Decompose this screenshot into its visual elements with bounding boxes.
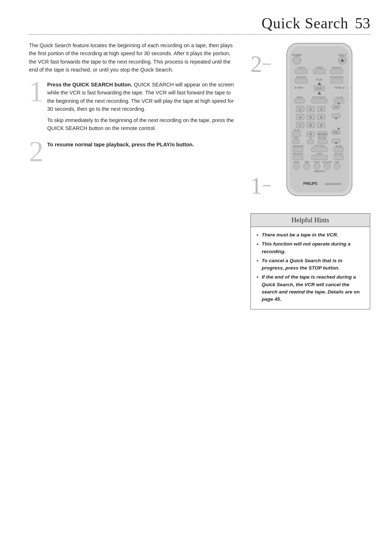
helpful-hints-container: Helpful Hints • There must be a tape in … bbox=[250, 213, 370, 309]
step-2-para-1: To resume normal tape playback, press th… bbox=[47, 141, 236, 149]
section-divider bbox=[29, 34, 370, 35]
hints-list: • There must be a tape in the VCR. • Thi… bbox=[257, 231, 364, 303]
svg-text:EJECT: EJECT bbox=[338, 54, 347, 56]
svg-point-89 bbox=[303, 163, 310, 170]
svg-rect-74 bbox=[311, 147, 327, 152]
svg-point-91 bbox=[324, 163, 330, 170]
svg-rect-11 bbox=[313, 69, 326, 74]
hint-item-1: • There must be a tape in the VCR. bbox=[257, 231, 364, 239]
svg-text:CLEAR: CLEAR bbox=[336, 96, 343, 98]
svg-text:8: 8 bbox=[310, 123, 312, 127]
svg-text:SPEED: SPEED bbox=[316, 66, 323, 69]
svg-rect-45 bbox=[332, 114, 340, 118]
svg-text:PHILIPS: PHILIPS bbox=[303, 182, 318, 186]
svg-text:VCR/TV: VCR/TV bbox=[297, 66, 305, 69]
svg-rect-28 bbox=[311, 99, 327, 103]
hint-item-4: • If the end of the tape is reached duri… bbox=[257, 274, 364, 303]
svg-text:F.FWD ►: F.FWD ► bbox=[334, 86, 345, 89]
helpful-hints-title-bar: Helpful Hints bbox=[251, 214, 370, 227]
svg-rect-80 bbox=[311, 155, 327, 160]
svg-text:MEMORY: MEMORY bbox=[332, 66, 342, 69]
svg-text:SKIP: SKIP bbox=[335, 161, 340, 163]
svg-text:X2 PLAY: X2 PLAY bbox=[334, 153, 343, 155]
svg-text:VOL: VOL bbox=[334, 131, 339, 134]
page-number: 53 bbox=[355, 15, 370, 32]
step-1-content: Press the QUICK SEARCH button. QUICK SEA… bbox=[47, 81, 236, 135]
svg-text:STOP: STOP bbox=[316, 87, 323, 90]
svg-text:SLOW: SLOW bbox=[335, 145, 342, 147]
svg-rect-12 bbox=[331, 69, 343, 74]
left-column: The Quick Search feature locates the beg… bbox=[29, 41, 236, 309]
svg-text:5: 5 bbox=[310, 116, 312, 119]
step-1-block: 1 Press the QUICK SEARCH button. QUICK S… bbox=[29, 81, 236, 135]
remote-step-2-number: 2 bbox=[250, 52, 262, 76]
svg-text:CH: CH bbox=[334, 106, 338, 109]
step-2-content: To resume normal tape playback, press th… bbox=[47, 141, 236, 151]
svg-text:SEL.DEL: SEL.DEL bbox=[318, 137, 327, 139]
intro-text: The Quick Search feature locates the beg… bbox=[29, 41, 236, 74]
svg-rect-71 bbox=[293, 147, 303, 152]
svg-text:POWER: POWER bbox=[292, 54, 302, 56]
remote-control: POWER EJECT VCR/TV SPEED MEMORY bbox=[272, 41, 367, 202]
svg-text:INDEX: INDEX bbox=[314, 161, 320, 163]
svg-text:TRACKING: TRACKING bbox=[292, 153, 303, 155]
svg-text:VCR: VCR bbox=[294, 137, 298, 139]
remote-svg: POWER EJECT VCR/TV SPEED MEMORY bbox=[272, 41, 367, 201]
svg-text:4: 4 bbox=[299, 116, 301, 119]
svg-rect-82 bbox=[334, 155, 343, 160]
right-column: 2 1 POWER bbox=[247, 41, 370, 309]
svg-text:6: 6 bbox=[320, 116, 322, 119]
svg-rect-63 bbox=[293, 139, 299, 144]
page-header: Quick Search 53 bbox=[29, 15, 370, 32]
svg-text:7: 7 bbox=[299, 123, 301, 127]
svg-text:F.ADV: F.ADV bbox=[317, 153, 323, 155]
svg-text:SEARCH: SEARCH bbox=[314, 170, 325, 173]
helpful-hints-body: • There must be a tape in the VCR. • Thi… bbox=[251, 227, 370, 309]
page-title: Quick Search bbox=[262, 15, 348, 32]
svg-rect-16 bbox=[331, 78, 343, 83]
step-2-bold: To resume normal tape playback, press th… bbox=[47, 142, 194, 147]
svg-text:ALT.CH: ALT.CH bbox=[318, 133, 326, 135]
svg-text:◄ REW: ◄ REW bbox=[294, 86, 304, 89]
svg-text:STATUS/EXIT: STATUS/EXIT bbox=[313, 96, 326, 98]
svg-rect-15 bbox=[295, 78, 307, 83]
svg-rect-78 bbox=[293, 155, 303, 160]
step-1-bold: Press the QUICK SEARCH button. bbox=[47, 82, 132, 88]
svg-text:PLAY: PLAY bbox=[317, 78, 323, 81]
remote-step-1b-line bbox=[263, 186, 271, 186]
step-2-number: 2 bbox=[29, 137, 44, 166]
svg-text:MENU: MENU bbox=[297, 96, 303, 98]
hint-item-3: • To cancel a Quick Search that is in pr… bbox=[257, 257, 364, 272]
svg-text:REC/OTR: REC/OTR bbox=[297, 76, 307, 78]
svg-text:3: 3 bbox=[320, 108, 322, 111]
svg-rect-27 bbox=[294, 99, 305, 103]
svg-point-92 bbox=[334, 163, 340, 170]
svg-rect-10 bbox=[295, 69, 307, 74]
svg-rect-67 bbox=[318, 139, 327, 144]
svg-text:9: 9 bbox=[320, 123, 322, 127]
helpful-hints-box: Helpful Hints • There must be a tape in … bbox=[250, 213, 370, 309]
svg-text:MAGNAVOX: MAGNAVOX bbox=[325, 182, 342, 186]
svg-text:QUICK: QUICK bbox=[294, 161, 300, 163]
svg-text:0: 0 bbox=[310, 132, 312, 136]
svg-point-88 bbox=[293, 163, 300, 170]
svg-point-90 bbox=[314, 163, 320, 170]
svg-rect-76 bbox=[334, 147, 343, 152]
svg-text:VCR PLUS: VCR PLUS bbox=[314, 145, 325, 147]
step-1-para-2: To skip immediately to the beginning of … bbox=[47, 116, 236, 133]
svg-text:MUTE: MUTE bbox=[294, 129, 300, 131]
hint-item-2: • This function will not operate during … bbox=[257, 240, 364, 255]
content-area: The Quick Search feature locates the beg… bbox=[29, 41, 370, 309]
remote-step-1b-number: 1 bbox=[250, 174, 262, 198]
svg-text:2: 2 bbox=[310, 108, 312, 111]
remote-step-2-line bbox=[263, 64, 271, 65]
step-1-number: 1 bbox=[29, 77, 44, 106]
svg-text:REC.END: REC.END bbox=[323, 161, 332, 163]
helpful-hints-title: Helpful Hints bbox=[291, 216, 329, 224]
step-2-block: 2 To resume normal tape playback, press … bbox=[29, 141, 236, 151]
step-1-para-1: Press the QUICK SEARCH button. QUICK SEA… bbox=[47, 81, 236, 113]
svg-text:PAUSE/STILL: PAUSE/STILL bbox=[330, 76, 344, 78]
svg-text:TIME: TIME bbox=[305, 161, 309, 163]
svg-text:TV: TV bbox=[309, 137, 312, 139]
svg-rect-29 bbox=[334, 99, 344, 103]
